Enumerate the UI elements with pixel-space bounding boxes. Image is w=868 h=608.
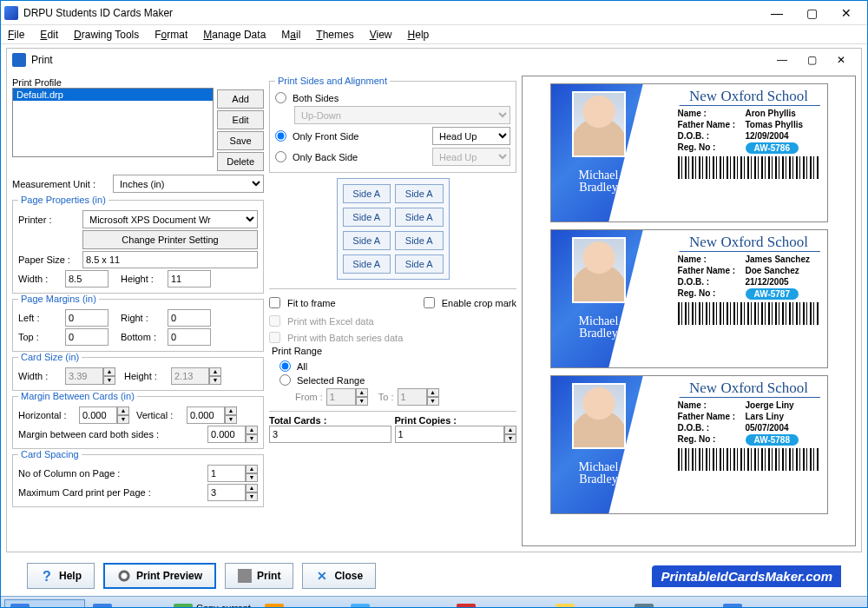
card-height-input [171, 367, 209, 385]
page-margins-group: Page Margins (in) Left : Right : Top : B… [12, 294, 264, 352]
tb-batch[interactable]: Card Batch Data [717, 599, 822, 609]
page-width-input[interactable] [65, 270, 108, 287]
crop-mark-checkbox[interactable] [424, 297, 435, 308]
between-ver-input[interactable] [187, 406, 225, 424]
menubar: File Edit Drawing Tools Format Manage Da… [1, 25, 867, 44]
paper-size-input[interactable] [82, 251, 258, 268]
margin-left-input[interactable] [65, 309, 108, 327]
student-photo [572, 91, 626, 157]
print-maximize-button[interactable]: ▢ [797, 50, 826, 69]
card-size-group: Card Size (in) Width : ▲▼ Height : ▲▼ [12, 352, 264, 391]
tb-export-pdf[interactable]: Export as PDF [450, 599, 548, 609]
both-sides-radio[interactable] [275, 92, 286, 103]
minimize-button[interactable]: — [760, 1, 794, 25]
print-button[interactable]: Print [225, 563, 293, 589]
tb-card-back[interactable]: Card Back [87, 599, 166, 609]
batch-checkbox [269, 332, 280, 343]
app-icon [4, 6, 18, 20]
menu-themes[interactable]: Themes [316, 29, 353, 41]
card-width-input [65, 367, 103, 385]
menu-mail[interactable]: Mail [281, 29, 300, 41]
side-cell[interactable]: Side A [343, 254, 391, 274]
profile-item[interactable]: Default.drp [13, 89, 213, 101]
maximize-button[interactable]: ▢ [794, 1, 829, 25]
menu-format[interactable]: Format [155, 29, 187, 41]
menu-edit[interactable]: Edit [40, 29, 58, 41]
add-button[interactable]: Add [217, 89, 264, 109]
between-hor-input[interactable] [79, 406, 117, 424]
page-height-input[interactable] [168, 270, 211, 287]
range-to-input [398, 388, 427, 406]
between-both-input[interactable] [207, 426, 246, 443]
front-side-radio[interactable] [275, 130, 286, 142]
app-title: DRPU Students ID Cards Maker [23, 7, 760, 19]
pdf-icon [457, 604, 476, 609]
measurement-label: Measurement Unit : [12, 179, 109, 189]
max-cards-input[interactable] [207, 484, 246, 501]
print-minimize-button[interactable]: — [767, 50, 797, 69]
close-button[interactable]: ✕ [829, 1, 864, 25]
school-name: New Oxford School [678, 234, 820, 252]
menu-file[interactable]: File [8, 29, 24, 41]
save-button[interactable]: Save [217, 131, 264, 150]
print-copies-label: Print Copies : [395, 415, 517, 426]
id-card: MichaelBradley New Oxford School Name :A… [550, 83, 828, 222]
fit-frame-checkbox[interactable] [269, 297, 280, 308]
signature: MichaelBradley [579, 169, 619, 194]
school-name: New Oxford School [678, 88, 820, 106]
batch-icon [723, 604, 742, 609]
measurement-select[interactable]: Inches (in) [113, 175, 264, 193]
margin-between-group: Margin Between Cards (in) Horizontal : ▲… [12, 391, 264, 449]
copy-icon [174, 604, 193, 609]
menu-help[interactable]: Help [408, 29, 430, 41]
print-close-button[interactable]: ✕ [826, 50, 856, 69]
tb-user[interactable]: User Profile [259, 599, 343, 609]
menu-drawing[interactable]: Drawing Tools [74, 29, 139, 41]
columns-input[interactable] [207, 465, 246, 482]
printer-select[interactable]: Microsoft XPS Document Wr [82, 210, 258, 228]
both-sides-select: Up-Down [294, 106, 510, 124]
delete-button[interactable]: Delete [217, 152, 264, 171]
side-cell[interactable]: Side A [395, 254, 444, 274]
total-cards-input[interactable] [269, 426, 391, 443]
range-all-radio[interactable] [279, 360, 291, 372]
id-card: MichaelBradley New Oxford School Name :J… [550, 229, 828, 368]
tb-export-img[interactable]: Export as Image [345, 599, 449, 609]
preview-icon [117, 569, 131, 583]
menu-manage[interactable]: Manage Data [203, 29, 266, 41]
range-selected-radio[interactable] [279, 374, 291, 386]
side-cell[interactable]: Side A [395, 231, 444, 250]
sides-group: Print Sides and Alignment Both Sides Up-… [269, 76, 516, 173]
card-back-icon [93, 604, 112, 609]
margin-right-input[interactable] [168, 309, 211, 327]
tb-card-front[interactable]: Card Front [4, 599, 85, 609]
tb-send-mail[interactable]: Send Mail [549, 599, 627, 609]
barcode [678, 156, 820, 179]
margin-bottom-input[interactable] [168, 328, 211, 346]
side-cell[interactable]: Side A [343, 184, 391, 203]
back-side-radio[interactable] [275, 151, 286, 162]
watermark: PrintableIdCardsMaker.com [652, 565, 841, 587]
print-copies-input[interactable] [395, 426, 505, 443]
signature: MichaelBradley [579, 315, 619, 340]
margin-top-input[interactable] [65, 328, 108, 346]
card-front-icon [10, 604, 30, 609]
id-card: MichaelBradley New Oxford School Name :J… [550, 375, 828, 514]
help-button[interactable]: ?Help [27, 563, 95, 589]
print-preview-button[interactable]: Print Preview [103, 563, 216, 589]
tb-print-design[interactable]: Print Design [628, 599, 715, 609]
side-cell[interactable]: Side A [343, 208, 391, 227]
tb-copy[interactable]: Copy current design [168, 599, 257, 609]
card-spacing-group: Card Spacing No of Column on Page : ▲▼ M… [12, 449, 264, 507]
side-cell[interactable]: Side A [343, 231, 391, 250]
page-height-label: Height : [121, 274, 164, 284]
close-dialog-button[interactable]: ✕Close [302, 563, 376, 589]
help-icon: ? [40, 569, 54, 583]
side-cell[interactable]: Side A [395, 184, 444, 203]
profile-list[interactable]: Default.drp [12, 88, 214, 157]
edit-button[interactable]: Edit [217, 110, 264, 129]
side-cell[interactable]: Side A [395, 208, 444, 227]
change-printer-button[interactable]: Change Printer Setting [82, 230, 258, 249]
menu-view[interactable]: View [370, 29, 392, 41]
front-orient-select[interactable]: Head Up [432, 127, 510, 145]
